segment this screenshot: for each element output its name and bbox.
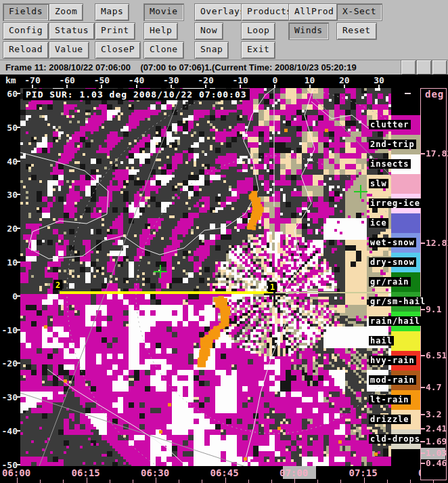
toolbar-button-maps[interactable]: Maps	[95, 3, 129, 21]
toolbar-button-clone[interactable]: Clone	[143, 41, 184, 59]
time-tick-icon	[364, 478, 365, 483]
time-tick-icon	[410, 480, 411, 483]
toolbar-button-reload[interactable]: Reload	[3, 41, 49, 59]
x-axis-label: 10	[298, 75, 322, 85]
y-axis-label: -20	[0, 358, 18, 369]
legend-label-clutter: clutter	[369, 120, 411, 129]
time-tick-icon	[340, 480, 341, 483]
y-axis-tick-icon	[17, 127, 20, 128]
time-tick-icon	[225, 478, 226, 483]
toolbar-button-status[interactable]: Status	[49, 22, 95, 40]
legend-color-slw	[391, 174, 420, 194]
y-axis-label: -40	[0, 426, 18, 436]
y-axis-label: -50	[0, 460, 18, 470]
elevation-value-9.1[interactable]: 9.1	[426, 304, 441, 314]
x-axis-tick-icon	[274, 85, 275, 88]
time-tick-icon	[271, 480, 272, 483]
y-axis-tick-icon	[17, 362, 20, 364]
legend-label-hvy-rain: hvy-rain	[369, 356, 416, 365]
legend-label-lt-rain: lt-rain	[369, 395, 411, 404]
time-tick-icon	[63, 480, 64, 483]
time-label-06-15: 06:15	[72, 467, 100, 478]
x-axis-tick-icon	[344, 85, 345, 88]
legend-label-hail: hail	[369, 336, 394, 345]
time-tick-icon	[133, 480, 133, 483]
elevation-tick-icon	[420, 428, 425, 429]
time-label-06-30: 06:30	[141, 467, 169, 478]
elevation-value-1.03[interactable]: 1.03	[426, 448, 447, 458]
elevation-scale[interactable]	[420, 88, 447, 480]
toolbar-button-now[interactable]: Now	[194, 22, 223, 40]
x-axis-tick-icon	[32, 85, 33, 88]
toolbar-button-zoom[interactable]: Zoom	[49, 3, 83, 21]
toolbar-button-snap[interactable]: Snap	[194, 41, 229, 59]
legend-color-ice	[391, 213, 420, 233]
toolbar-button-reset[interactable]: Reset	[336, 22, 377, 40]
frame-info-text: Frame 11: 2008/10/22 07:06:00 (07:00 to …	[5, 62, 357, 72]
toolbar-button-x-sect[interactable]: X-Sect	[336, 3, 382, 21]
toolbar: FieldsZoomMapsMovieOverlaysProductsAllPr…	[0, 0, 448, 60]
y-axis-tick-icon	[17, 93, 20, 94]
legend-label-wet-snow: wet-snow	[369, 238, 416, 247]
x-axis-tick-icon	[171, 85, 172, 88]
mini-button-2[interactable]	[416, 60, 432, 75]
x-axis-tick-icon	[378, 85, 380, 88]
legend-label-slw: slw	[369, 179, 388, 188]
km-axis-unit: km	[5, 75, 16, 85]
elevation-tick-icon	[420, 153, 425, 154]
y-axis-tick-icon	[17, 194, 20, 195]
elevation-tick-icon	[420, 387, 425, 388]
y-axis-label: 0	[0, 291, 18, 301]
x-axis-label: -60	[55, 75, 79, 85]
radar-window: km PID SUR: 1.03 deg 2008/10/22 07:00:03…	[0, 75, 448, 483]
toolbar-button-exit[interactable]: Exit	[241, 41, 275, 59]
toolbar-button-closep[interactable]: CloseP	[95, 41, 141, 59]
toolbar-button-help[interactable]: Help	[143, 22, 178, 40]
toolbar-button-loop[interactable]: Loop	[241, 22, 275, 40]
y-axis-label: 20	[0, 224, 18, 234]
toolbar-button-fields[interactable]: Fields	[3, 3, 49, 21]
y-axis-tick-icon	[17, 295, 20, 297]
toolbar-button-movie[interactable]: Movie	[143, 3, 184, 21]
elevation-value-1.69[interactable]: 1.69	[426, 436, 447, 446]
time-tick-icon	[294, 478, 295, 483]
y-axis-label: -10	[0, 325, 18, 335]
elevation-tick-icon	[420, 243, 425, 244]
y-axis-label: 60	[0, 89, 18, 99]
toolbar-button-allprod[interactable]: AllProd	[288, 3, 340, 21]
legend-label-gr-sm-hail: gr/sm-hail	[369, 297, 427, 306]
toolbar-button-value[interactable]: Value	[49, 41, 89, 59]
cidd-app: FieldsZoomMapsMovieOverlaysProductsAllPr…	[0, 0, 448, 483]
legend-label-ice: ice	[369, 218, 388, 228]
x-axis-label: -40	[125, 75, 149, 85]
legend-label-mod-rain: mod-rain	[369, 375, 416, 385]
elevation-value-6.51[interactable]: 6.51	[426, 350, 447, 360]
elevation-tick-icon	[420, 355, 425, 356]
time-axis[interactable]: 06:0006:1506:3006:4507:0007:1507:30	[0, 466, 448, 483]
elevation-value-4.7[interactable]: 4.7	[426, 382, 441, 392]
mini-button-3[interactable]	[432, 60, 447, 75]
elevation-value-17.82[interactable]: 17.82	[426, 148, 448, 159]
toolbar-button-winds[interactable]: Winds	[288, 22, 329, 40]
y-axis-label: -30	[0, 392, 18, 402]
x-axis-tick-icon	[309, 85, 311, 88]
elevation-value-0.46[interactable]: 0.46	[426, 458, 447, 468]
elevation-value-2.41[interactable]: 2.41	[426, 423, 447, 434]
toolbar-button-print[interactable]: Print	[95, 22, 135, 40]
elevation-value-3.2[interactable]: 3.2	[426, 409, 441, 419]
radar-display[interactable]	[20, 88, 391, 466]
time-tick-icon	[317, 480, 318, 483]
y-axis-label: 30	[0, 190, 18, 200]
time-tick-icon	[17, 478, 18, 483]
time-tick-icon	[202, 480, 202, 483]
elevation-value-12.81[interactable]: 12.81	[426, 238, 448, 248]
elevation-tick-icon	[420, 453, 425, 454]
toolbar-button-config[interactable]: Config	[3, 22, 49, 40]
time-tick-icon	[110, 480, 110, 483]
legend-label-gr-rain: gr/rain	[369, 277, 411, 287]
x-axis-tick-icon	[136, 85, 137, 88]
time-tick-icon	[248, 480, 249, 483]
mini-button-1[interactable]	[401, 60, 416, 75]
x-axis-label: -30	[159, 75, 183, 85]
time-tick-icon	[40, 480, 41, 483]
